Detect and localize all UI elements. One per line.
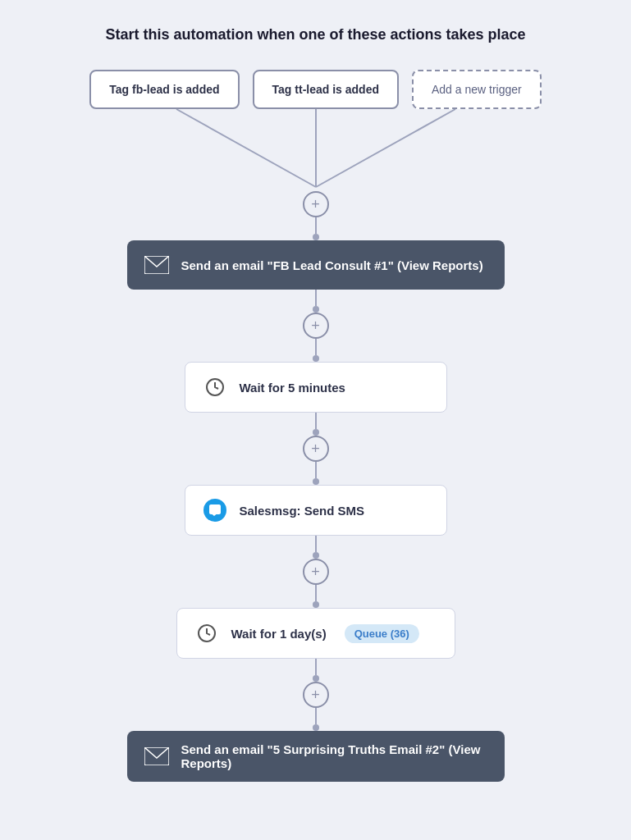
vline-7 [315,585,317,601]
vline-6 [315,536,317,552]
action-wait-1-label: Wait for 5 minutes [240,381,345,395]
dot-5 [313,478,319,485]
vline-8 [315,659,317,675]
plus-node-4[interactable]: + [303,559,329,585]
plus-icon-1: + [311,196,320,213]
vline-3 [315,339,317,355]
vline-5 [315,462,317,478]
dot-1 [313,234,319,240]
vline-1 [315,217,317,234]
plus-node-3[interactable]: + [303,436,329,462]
plus-icon-3: + [311,441,320,458]
sms-icon-1 [202,497,228,523]
plus-icon-2: + [311,317,320,335]
action-email-2[interactable]: Send an email "5 Surprising Truths Email… [127,731,505,782]
dot-2 [313,306,319,313]
svg-line-0 [176,109,316,187]
clock-icon-2 [194,620,220,646]
action-sms-1[interactable]: Salesmsg: Send SMS [185,485,447,536]
dot-9 [313,724,319,731]
mail-icon-2 [144,743,170,769]
trigger-connector-svg [86,109,546,191]
vline-4 [315,413,317,429]
action-wait-1[interactable]: Wait for 5 minutes [185,362,447,413]
vline-2 [315,290,317,306]
plus-icon-4: + [311,564,320,581]
dot-3 [313,355,319,362]
queue-badge: Queue (36) [345,624,419,643]
action-email-2-label: Send an email "5 Surprising Truths Email… [181,742,488,770]
page-title: Start this automation when one of these … [105,25,525,45]
action-wait-2-label: Wait for 1 day(s) [231,627,327,641]
plus-node-5[interactable]: + [303,682,329,708]
action-email-1[interactable]: Send an email "FB Lead Consult #1" (View… [127,240,505,290]
dot-6 [313,552,319,559]
trigger-tt-lead[interactable]: Tag tt-lead is added [253,70,399,109]
action-wait-2[interactable]: Wait for 1 day(s) Queue (36) [176,608,455,659]
svg-line-2 [316,109,455,187]
action-sms-1-label: Salesmsg: Send SMS [240,504,365,518]
triggers-row: Tag fb-lead is added Tag tt-lead is adde… [89,70,541,109]
dot-8 [313,675,319,682]
plus-node-2[interactable]: + [303,313,329,339]
trigger-add-new[interactable]: Add a new trigger [412,70,542,109]
trigger-fb-lead[interactable]: Tag fb-lead is added [89,70,239,109]
clock-icon-1 [202,374,228,400]
dot-4 [313,429,319,436]
vline-9 [315,708,317,724]
dot-7 [313,601,319,608]
mail-icon-1 [144,252,170,278]
plus-icon-5: + [311,687,320,704]
action-email-1-label: Send an email "FB Lead Consult #1" (View… [181,258,483,272]
plus-node-1[interactable]: + [303,191,329,217]
